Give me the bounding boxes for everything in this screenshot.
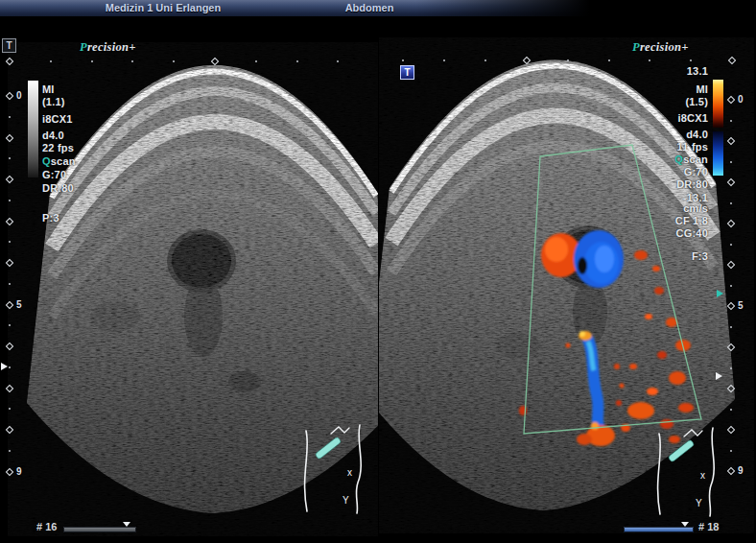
doppler-color-bar-positive xyxy=(713,80,723,128)
frame-number-right: # 18 xyxy=(698,521,719,532)
frame-rate-right: 11 fps xyxy=(677,141,708,153)
mode-label-right: Precision+ xyxy=(632,40,689,55)
ultrasound-fan-left xyxy=(27,65,397,513)
grayscale-bar xyxy=(28,81,38,177)
cine-scrub-left[interactable] xyxy=(63,527,136,532)
orientation-marker-right: T xyxy=(400,65,414,80)
gain-left: G:70 xyxy=(42,169,66,180)
persistence-left: P:3 xyxy=(42,212,59,224)
wall-filter-right: F:3 xyxy=(692,250,708,262)
ultrasound-display: x Y x Y xyxy=(0,29,756,543)
probe-x-label: x xyxy=(347,467,352,478)
velocity-unit-right: cm/s xyxy=(683,202,708,214)
probe-x-label: x xyxy=(700,470,705,481)
depth-right: d4.0 xyxy=(686,129,708,140)
mi-value-left: (1.1) xyxy=(42,96,65,107)
cine-position-marker-right xyxy=(681,522,689,527)
ultrasound-screen: Medizin 1 Uni Erlangen Abdomen xyxy=(0,0,756,543)
cine-scrub-right[interactable] xyxy=(624,527,694,532)
mi-label-left: MI xyxy=(42,83,55,95)
ultrasound-fan-right xyxy=(366,59,735,510)
focus-marker-right xyxy=(716,372,722,380)
depth-left: d4.0 xyxy=(42,130,64,141)
mode-label-left: Precision+ xyxy=(80,40,136,55)
transducer-left: i8CX1 xyxy=(42,113,73,125)
focus-marker-left xyxy=(1,363,8,370)
mi-value-right: (1.5) xyxy=(685,96,708,107)
frame-number-left: # 16 xyxy=(36,521,57,532)
dynamic-range-left: DR:80 xyxy=(42,182,74,194)
color-frequency-right: CF 1.8 xyxy=(675,215,708,226)
frame-rate-left: 22 fps xyxy=(42,142,74,153)
qscan-label-left: Qscan xyxy=(42,155,76,167)
title-bar: Medizin 1 Uni Erlangen Abdomen xyxy=(0,0,756,16)
gain-right: G:70 xyxy=(684,166,708,177)
mi-label-right: MI xyxy=(696,83,708,95)
probe-y-label: Y xyxy=(696,498,702,508)
exam-preset-label: Abdomen xyxy=(307,2,432,13)
transducer-right: i8CX1 xyxy=(677,112,708,124)
cine-position-marker-left xyxy=(123,522,130,527)
color-gain-right: CG:40 xyxy=(676,227,708,239)
dynamic-range-right: DR:80 xyxy=(676,178,708,190)
color-scale-marker-right xyxy=(717,290,723,297)
probe-y-label: Y xyxy=(343,495,349,506)
orientation-marker-left: T xyxy=(2,38,16,53)
institution-label: Medizin 1 Uni Erlangen xyxy=(58,2,269,13)
velocity-max-right: 13.1 xyxy=(687,65,708,77)
doppler-color-bar-negative xyxy=(713,131,723,176)
qscan-label-right: Qscan xyxy=(674,153,708,165)
